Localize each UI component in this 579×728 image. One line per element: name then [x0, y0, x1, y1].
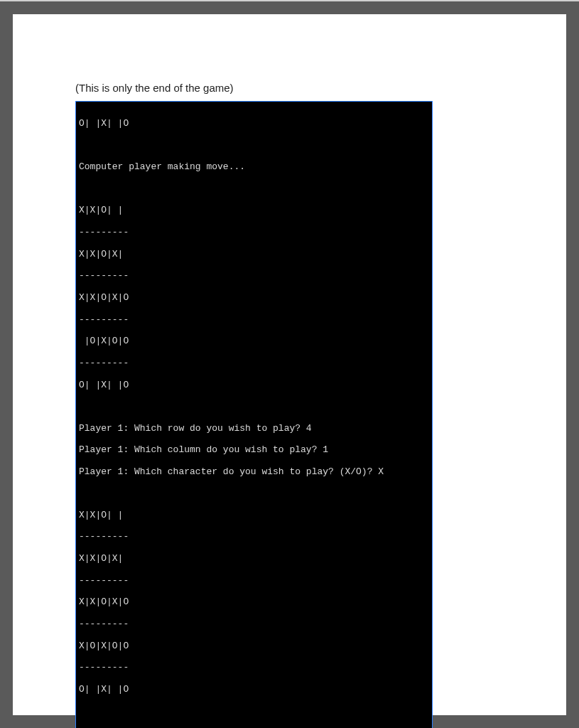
terminal-line: O| |X| |O [79, 684, 429, 695]
terminal-line: X|X|O|X| [79, 553, 429, 564]
terminal-line: O| |X| |O [79, 380, 429, 390]
terminal-line [79, 183, 429, 194]
terminal-line: |O|X|O|O [79, 336, 429, 346]
caption-above: (This is only the end of the game) [75, 82, 504, 94]
terminal-line: O| |X| |O [79, 118, 429, 129]
terminal-line: X|X|O| | [79, 205, 429, 215]
terminal-line: X|X|O| | [79, 510, 429, 520]
terminal-line: --------- [79, 662, 429, 673]
terminal-line: --------- [79, 619, 429, 629]
terminal-line [79, 488, 429, 499]
page-wrapper: (This is only the end of the game) O| |X… [0, 1, 579, 728]
terminal-line: --------- [79, 227, 429, 237]
terminal-line: X|O|X|O|O [79, 641, 429, 651]
terminal-line [79, 401, 429, 412]
document-page: (This is only the end of the game) O| |X… [13, 14, 566, 715]
terminal-line: --------- [79, 358, 429, 368]
terminal-line: --------- [79, 531, 429, 542]
terminal-line [79, 706, 429, 717]
terminal-line: X|X|O|X|O [79, 292, 429, 303]
terminal-line: Player 1: Which character do you wish to… [79, 466, 429, 477]
terminal-line: X|X|O|X|O [79, 596, 429, 607]
terminal-output: O| |X| |O Computer player making move...… [75, 101, 433, 728]
terminal-line: X|X|O|X| [79, 249, 429, 259]
terminal-line: --------- [79, 575, 429, 586]
terminal-line: --------- [79, 270, 429, 281]
terminal-line: --------- [79, 314, 429, 325]
terminal-line: Player 1: Which column do you wish to pl… [79, 444, 429, 455]
terminal-line: Player 1: Which row do you wish to play?… [79, 423, 429, 434]
terminal-line: Computer player making move... [79, 161, 429, 172]
terminal-line [79, 140, 429, 151]
